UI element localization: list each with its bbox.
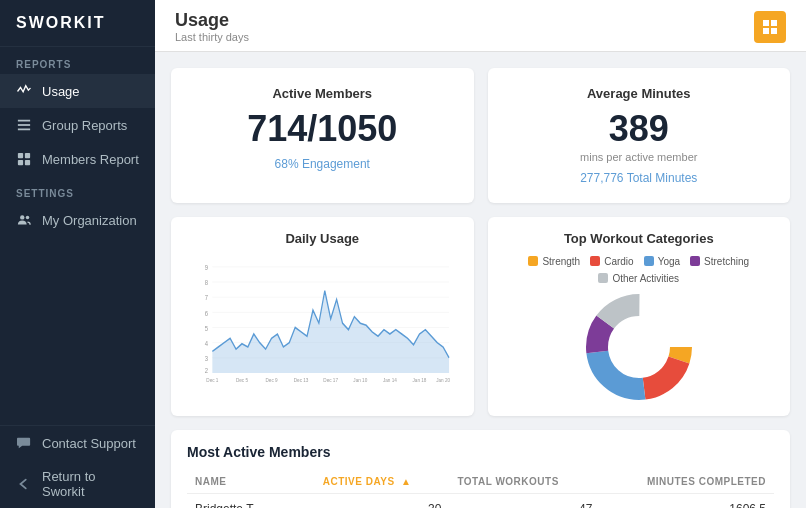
legend-item-stretching: Stretching (690, 256, 749, 267)
sidebar-item-usage[interactable]: Usage (0, 74, 155, 108)
sidebar-item-contact-support[interactable]: Contact Support (0, 426, 155, 460)
svg-text:7: 7 (205, 293, 208, 301)
legend-item-cardio: Cardio (590, 256, 633, 267)
svg-rect-1 (18, 124, 30, 126)
page-header: Usage Last thirty days (155, 0, 806, 52)
reports-section-label: REPORTS (0, 47, 155, 74)
svg-rect-12 (771, 28, 777, 34)
svg-rect-3 (18, 153, 23, 158)
svg-text:Dec 13: Dec 13 (294, 376, 309, 383)
sidebar-bottom: Contact Support Return to Sworkit (0, 425, 155, 508)
chat-icon (16, 435, 32, 451)
settings-section-label: SETTINGS (0, 176, 155, 203)
svg-text:8: 8 (205, 278, 208, 286)
member-name-1: Bridgette T. (187, 493, 315, 508)
list-icon (16, 117, 32, 133)
active-members-value: 714/1050 (191, 109, 454, 149)
sidebar-item-return-to-sworkit[interactable]: Return to Sworkit (0, 460, 155, 508)
legend-item-other: Other Activities (598, 273, 679, 284)
svg-text:Dec 9: Dec 9 (265, 376, 277, 383)
sidebar-item-usage-label: Usage (42, 84, 80, 99)
legend-dot-stretching (690, 256, 700, 266)
svg-text:2: 2 (205, 366, 208, 374)
app-logo: SWORKIT (0, 0, 155, 47)
legend-label-stretching: Stretching (704, 256, 749, 267)
col-name: NAME (187, 470, 315, 494)
donut-section: Strength Cardio Yoga Stretching (504, 256, 775, 402)
average-minutes-value: 389 (508, 109, 771, 149)
svg-rect-2 (18, 129, 30, 131)
top-workout-categories-chart: Top Workout Categories Strength Cardio (488, 217, 791, 416)
col-minutes-completed: MINUTES COMPLETED (600, 470, 774, 494)
sidebar-item-my-organization-label: My Organization (42, 213, 137, 228)
legend-item-yoga: Yoga (644, 256, 680, 267)
svg-text:Jan 10: Jan 10 (353, 376, 367, 383)
content-area: Active Members 714/1050 68% Engagement A… (155, 52, 806, 508)
header-grid-icon (754, 11, 786, 43)
svg-point-8 (26, 216, 30, 220)
sidebar-item-contact-support-label: Contact Support (42, 436, 136, 451)
svg-rect-6 (25, 160, 30, 165)
average-minutes-unit: mins per active member (508, 151, 771, 163)
svg-rect-4 (25, 153, 30, 158)
svg-rect-9 (763, 20, 769, 26)
svg-text:6: 6 (205, 308, 208, 316)
average-minutes-title: Average Minutes (508, 86, 771, 101)
table-icon (16, 151, 32, 167)
svg-text:4: 4 (205, 339, 208, 347)
daily-usage-title: Daily Usage (187, 231, 458, 246)
stats-cards: Active Members 714/1050 68% Engagement A… (171, 68, 790, 203)
member-active-days-1: 30 (315, 493, 450, 508)
most-active-members-section: Most Active Members NAME ACTIVE DAYS ▲ T… (171, 430, 790, 508)
svg-text:Jan 18: Jan 18 (413, 376, 427, 383)
sidebar: SWORKIT REPORTS Usage Group Reports Memb… (0, 0, 155, 508)
legend-label-cardio: Cardio (604, 256, 633, 267)
daily-usage-chart: Daily Usage 9 8 7 (171, 217, 474, 416)
svg-text:Dec 1: Dec 1 (206, 376, 218, 383)
top-workout-categories-title: Top Workout Categories (504, 231, 775, 246)
svg-point-42 (609, 317, 669, 377)
svg-text:5: 5 (205, 324, 208, 332)
sidebar-item-group-reports[interactable]: Group Reports (0, 108, 155, 142)
svg-text:9: 9 (205, 263, 208, 271)
col-active-days: ACTIVE DAYS ▲ (315, 470, 450, 494)
charts-row: Daily Usage 9 8 7 (171, 217, 790, 416)
legend-dot-other (598, 273, 608, 283)
sidebar-item-my-organization[interactable]: My Organization (0, 203, 155, 237)
legend-label-other: Other Activities (612, 273, 679, 284)
engagement-link[interactable]: 68% Engagement (191, 157, 454, 171)
member-minutes-1: 1606.5 (600, 493, 774, 508)
legend-label-yoga: Yoga (658, 256, 680, 267)
sidebar-item-members-report[interactable]: Members Report (0, 142, 155, 176)
sidebar-item-return-to-sworkit-label: Return to Sworkit (42, 469, 139, 499)
svg-rect-10 (771, 20, 777, 26)
page-subtitle: Last thirty days (175, 31, 249, 43)
svg-rect-0 (18, 120, 30, 122)
donut-chart-svg (574, 292, 704, 402)
total-minutes-link[interactable]: 277,776 Total Minutes (508, 171, 771, 185)
active-members-card: Active Members 714/1050 68% Engagement (171, 68, 474, 203)
svg-rect-5 (18, 160, 23, 165)
main-content: Usage Last thirty days Active Members 71… (155, 0, 806, 508)
activity-icon (16, 83, 32, 99)
table-row: Bridgette T. 30 47 1606.5 (187, 493, 774, 508)
col-total-workouts: TOTAL WORKOUTS (449, 470, 600, 494)
bar-chart-container: 9 8 7 6 5 4 3 2 Dec 1 Dec 5 (187, 256, 458, 386)
active-members-title: Active Members (191, 86, 454, 101)
average-minutes-card: Average Minutes 389 mins per active memb… (488, 68, 791, 203)
svg-text:Dec 17: Dec 17 (323, 376, 338, 383)
svg-text:3: 3 (205, 354, 208, 362)
sidebar-item-members-report-label: Members Report (42, 152, 139, 167)
sidebar-item-group-reports-label: Group Reports (42, 118, 127, 133)
svg-text:Dec 5: Dec 5 (236, 376, 248, 383)
most-active-members-title: Most Active Members (187, 444, 774, 460)
bar-chart-svg: 9 8 7 6 5 4 3 2 Dec 1 Dec 5 (187, 256, 458, 386)
svg-text:Jan 20: Jan 20 (436, 376, 450, 383)
most-active-members-table: NAME ACTIVE DAYS ▲ TOTAL WORKOUTS MINUTE… (187, 470, 774, 508)
legend-label-strength: Strength (542, 256, 580, 267)
member-total-workouts-1: 47 (449, 493, 600, 508)
svg-point-7 (20, 215, 24, 219)
svg-rect-11 (763, 28, 769, 34)
donut-legend: Strength Cardio Yoga Stretching (504, 256, 775, 284)
page-title: Usage (175, 10, 249, 31)
